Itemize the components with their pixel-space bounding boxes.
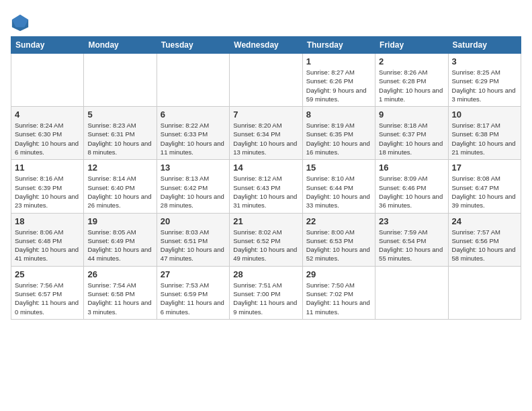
week-row-2: 4Sunrise: 8:24 AM Sunset: 6:30 PM Daylig… (11, 107, 521, 160)
day-number: 27 (161, 269, 226, 279)
day-cell: 11Sunrise: 8:16 AM Sunset: 6:39 PM Dayli… (11, 160, 84, 213)
day-cell: 14Sunrise: 8:12 AM Sunset: 6:43 PM Dayli… (230, 160, 302, 213)
day-info: Sunrise: 8:19 AM Sunset: 6:35 PM Dayligh… (306, 121, 371, 156)
weekday-header-row: SundayMondayTuesdayWednesdayThursdayFrid… (11, 37, 521, 54)
day-info: Sunrise: 7:54 AM Sunset: 6:58 PM Dayligh… (87, 281, 152, 316)
day-number: 17 (452, 163, 517, 173)
day-number: 9 (379, 109, 444, 120)
day-info: Sunrise: 8:13 AM Sunset: 6:42 PM Dayligh… (161, 174, 226, 210)
day-number: 22 (306, 216, 371, 226)
day-number: 26 (87, 269, 152, 279)
week-row-5: 25Sunrise: 7:56 AM Sunset: 6:57 PM Dayli… (11, 266, 521, 319)
day-number: 24 (452, 216, 517, 226)
day-cell (157, 54, 229, 107)
day-info: Sunrise: 8:18 AM Sunset: 6:37 PM Dayligh… (379, 121, 444, 156)
day-cell (11, 54, 84, 107)
day-number: 21 (233, 216, 298, 226)
day-info: Sunrise: 7:57 AM Sunset: 6:56 PM Dayligh… (452, 228, 517, 263)
day-cell: 4Sunrise: 8:24 AM Sunset: 6:30 PM Daylig… (11, 107, 84, 160)
logo-icon (11, 13, 30, 32)
logo (11, 13, 31, 32)
day-number: 13 (161, 163, 226, 173)
day-info: Sunrise: 8:02 AM Sunset: 6:52 PM Dayligh… (233, 228, 298, 263)
day-cell: 29Sunrise: 7:50 AM Sunset: 7:02 PM Dayli… (302, 266, 375, 319)
week-row-4: 18Sunrise: 8:06 AM Sunset: 6:48 PM Dayli… (11, 213, 521, 266)
day-info: Sunrise: 8:20 AM Sunset: 6:34 PM Dayligh… (233, 121, 298, 156)
day-cell (448, 266, 521, 319)
day-cell: 23Sunrise: 7:59 AM Sunset: 6:54 PM Dayli… (375, 213, 448, 266)
day-cell: 9Sunrise: 8:18 AM Sunset: 6:37 PM Daylig… (375, 107, 448, 160)
day-info: Sunrise: 8:12 AM Sunset: 6:43 PM Dayligh… (233, 174, 298, 210)
day-cell: 13Sunrise: 8:13 AM Sunset: 6:42 PM Dayli… (157, 160, 229, 213)
day-cell: 25Sunrise: 7:56 AM Sunset: 6:57 PM Dayli… (11, 266, 84, 319)
day-info: Sunrise: 8:10 AM Sunset: 6:44 PM Dayligh… (306, 174, 371, 210)
day-cell: 26Sunrise: 7:54 AM Sunset: 6:58 PM Dayli… (84, 266, 157, 319)
day-number: 5 (87, 109, 152, 120)
day-cell: 10Sunrise: 8:17 AM Sunset: 6:38 PM Dayli… (448, 107, 521, 160)
header (11, 11, 521, 32)
day-number: 4 (15, 109, 80, 120)
day-cell: 17Sunrise: 8:08 AM Sunset: 6:47 PM Dayli… (448, 160, 521, 213)
day-number: 18 (15, 216, 80, 226)
day-info: Sunrise: 8:16 AM Sunset: 6:39 PM Dayligh… (15, 174, 80, 210)
day-cell: 5Sunrise: 8:23 AM Sunset: 6:31 PM Daylig… (84, 107, 157, 160)
day-number: 25 (15, 269, 80, 279)
day-number: 19 (87, 216, 152, 226)
day-cell (375, 266, 448, 319)
day-cell: 24Sunrise: 7:57 AM Sunset: 6:56 PM Dayli… (448, 213, 521, 266)
day-info: Sunrise: 7:51 AM Sunset: 7:00 PM Dayligh… (233, 281, 298, 316)
day-cell: 16Sunrise: 8:09 AM Sunset: 6:46 PM Dayli… (375, 160, 448, 213)
day-info: Sunrise: 8:06 AM Sunset: 6:48 PM Dayligh… (15, 228, 80, 263)
day-info: Sunrise: 8:25 AM Sunset: 6:29 PM Dayligh… (452, 68, 517, 103)
week-row-1: 1Sunrise: 8:27 AM Sunset: 6:26 PM Daylig… (11, 54, 521, 107)
day-number: 8 (306, 109, 371, 120)
day-cell: 8Sunrise: 8:19 AM Sunset: 6:35 PM Daylig… (302, 107, 375, 160)
day-cell: 2Sunrise: 8:26 AM Sunset: 6:28 PM Daylig… (375, 54, 448, 107)
weekday-sunday: Sunday (11, 37, 84, 54)
weekday-friday: Friday (375, 37, 448, 54)
day-cell: 28Sunrise: 7:51 AM Sunset: 7:00 PM Dayli… (230, 266, 302, 319)
day-info: Sunrise: 8:05 AM Sunset: 6:49 PM Dayligh… (87, 228, 152, 263)
day-number: 14 (233, 163, 298, 173)
calendar-table: SundayMondayTuesdayWednesdayThursdayFrid… (11, 36, 521, 320)
day-number: 2 (379, 56, 444, 66)
day-number: 28 (233, 269, 298, 279)
day-number: 10 (452, 109, 517, 120)
day-info: Sunrise: 7:53 AM Sunset: 6:59 PM Dayligh… (161, 281, 226, 316)
day-info: Sunrise: 8:23 AM Sunset: 6:31 PM Dayligh… (87, 121, 152, 156)
day-info: Sunrise: 8:24 AM Sunset: 6:30 PM Dayligh… (15, 121, 80, 156)
week-row-3: 11Sunrise: 8:16 AM Sunset: 6:39 PM Dayli… (11, 160, 521, 213)
day-cell (84, 54, 157, 107)
day-info: Sunrise: 8:22 AM Sunset: 6:33 PM Dayligh… (161, 121, 226, 156)
weekday-tuesday: Tuesday (157, 37, 229, 54)
day-number: 3 (452, 56, 517, 66)
day-cell: 20Sunrise: 8:03 AM Sunset: 6:51 PM Dayli… (157, 213, 229, 266)
day-cell: 27Sunrise: 7:53 AM Sunset: 6:59 PM Dayli… (157, 266, 229, 319)
day-info: Sunrise: 7:56 AM Sunset: 6:57 PM Dayligh… (15, 281, 80, 316)
day-info: Sunrise: 7:50 AM Sunset: 7:02 PM Dayligh… (306, 281, 371, 316)
day-number: 12 (87, 163, 152, 173)
day-info: Sunrise: 8:14 AM Sunset: 6:40 PM Dayligh… (87, 174, 152, 210)
day-cell: 18Sunrise: 8:06 AM Sunset: 6:48 PM Dayli… (11, 213, 84, 266)
day-info: Sunrise: 8:09 AM Sunset: 6:46 PM Dayligh… (379, 174, 444, 210)
day-info: Sunrise: 7:59 AM Sunset: 6:54 PM Dayligh… (379, 228, 444, 263)
day-number: 20 (161, 216, 226, 226)
day-cell: 12Sunrise: 8:14 AM Sunset: 6:40 PM Dayli… (84, 160, 157, 213)
day-number: 6 (161, 109, 226, 120)
day-info: Sunrise: 8:00 AM Sunset: 6:53 PM Dayligh… (306, 228, 371, 263)
day-number: 23 (379, 216, 444, 226)
day-cell: 6Sunrise: 8:22 AM Sunset: 6:33 PM Daylig… (157, 107, 229, 160)
day-cell: 21Sunrise: 8:02 AM Sunset: 6:52 PM Dayli… (230, 213, 302, 266)
day-number: 11 (15, 163, 80, 173)
weekday-saturday: Saturday (448, 37, 521, 54)
day-number: 1 (306, 56, 371, 66)
day-number: 16 (379, 163, 444, 173)
day-cell: 3Sunrise: 8:25 AM Sunset: 6:29 PM Daylig… (448, 54, 521, 107)
weekday-thursday: Thursday (302, 37, 375, 54)
day-info: Sunrise: 8:08 AM Sunset: 6:47 PM Dayligh… (452, 174, 517, 210)
day-info: Sunrise: 8:27 AM Sunset: 6:26 PM Dayligh… (306, 68, 371, 103)
day-cell: 1Sunrise: 8:27 AM Sunset: 6:26 PM Daylig… (302, 54, 375, 107)
day-info: Sunrise: 8:03 AM Sunset: 6:51 PM Dayligh… (161, 228, 226, 263)
day-number: 15 (306, 163, 371, 173)
day-cell: 15Sunrise: 8:10 AM Sunset: 6:44 PM Dayli… (302, 160, 375, 213)
